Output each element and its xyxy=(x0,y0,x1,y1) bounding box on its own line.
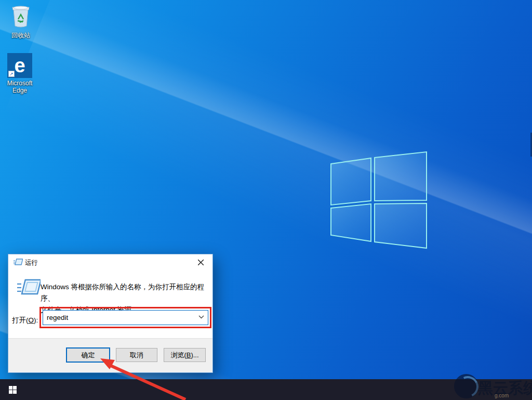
cancel-button[interactable]: 取消 xyxy=(116,348,157,362)
description-line1: Windows 将根据你所输入的名称，为你打开相应的程序、 xyxy=(41,281,209,304)
watermark-logo-circle xyxy=(454,374,478,398)
dialog-title: 运行 xyxy=(25,259,38,267)
close-icon xyxy=(198,260,204,265)
desktop-icon-label: 回收站 xyxy=(1,32,41,39)
input-value: regedit xyxy=(47,311,68,325)
close-button[interactable] xyxy=(189,254,212,270)
edge-tile: e ↗ xyxy=(7,53,32,78)
desktop-icon-recycle-bin[interactable]: 回收站 xyxy=(1,3,41,39)
chevron-down-icon[interactable] xyxy=(198,315,204,319)
open-field-label: 打开(O): xyxy=(12,314,38,327)
run-dialog-titlebar[interactable]: 运行 xyxy=(8,254,212,270)
recycle-bin-icon xyxy=(9,3,32,28)
watermark-subtext: g.com xyxy=(495,393,509,398)
desktop-screen: 回收站 e ↗ Microsoft Edge 运行 xyxy=(0,0,532,400)
dialog-footer: 确定 取消 浏览(B)... xyxy=(8,338,212,372)
shortcut-arrow-icon: ↗ xyxy=(8,71,15,77)
browse-button[interactable]: 浏览(B)... xyxy=(164,348,206,362)
desktop-icon-label: Microsoft Edge xyxy=(0,80,39,94)
run-dialog-icon xyxy=(17,277,41,298)
ok-button[interactable]: 确定 xyxy=(66,347,110,363)
run-app-icon xyxy=(14,259,23,266)
run-dialog: 运行 Windows 将根据你所输入的名称，为你打开相应的程序、 文件夹、文档或… xyxy=(8,254,213,373)
start-button[interactable] xyxy=(0,379,25,400)
desktop-icon-microsoft-edge[interactable]: e ↗ Microsoft Edge xyxy=(0,53,39,94)
run-command-input[interactable]: regedit xyxy=(43,310,208,325)
edge-e-icon: e xyxy=(14,53,25,78)
windows-logo-icon xyxy=(9,386,17,394)
taskbar: 黑云系统 g.com 在此键入进行搜索 e xyxy=(0,379,532,400)
